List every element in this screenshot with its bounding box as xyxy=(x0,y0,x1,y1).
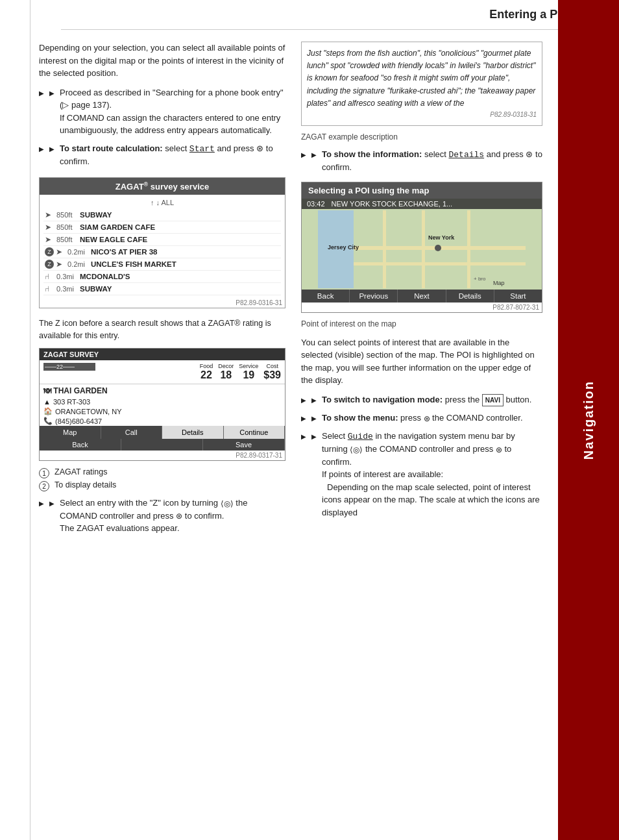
numbered-text-2: To display details xyxy=(55,480,116,489)
name-6: MCDONALD'S xyxy=(80,273,130,280)
zagat-call-btn[interactable]: Call xyxy=(101,426,163,439)
main-content: Depending on your selection, you can sel… xyxy=(0,30,558,554)
arrow-icon-2: ➤ xyxy=(45,223,54,232)
map-road-h2 xyxy=(354,262,526,266)
zagat-survey-header: ZAGAT® survey service xyxy=(40,178,285,195)
left-column: Depending on your selection, you can sel… xyxy=(39,42,285,543)
location-text: ORANGETOWN, NY xyxy=(55,408,121,415)
zagat-card-scores: ——22—— Food 22 Decor 18 Service 19 xyxy=(40,360,285,384)
name-2: SIAM GARDEN CAFE xyxy=(80,223,155,231)
numbered-list: 1 ZAGAT ratings 2 To display details xyxy=(39,467,285,491)
numbered-item-2: 2 To display details xyxy=(39,480,285,491)
dist-5: 0.2mi xyxy=(67,260,91,268)
arrow-icon-4: ➤ xyxy=(56,247,65,256)
cost-score: Cost $39 xyxy=(263,363,281,381)
map-road-v2 xyxy=(422,210,425,288)
dist-7: 0.3mi xyxy=(56,285,80,293)
bullet-item-1: ▶ Proceed as described in "Searching for… xyxy=(39,86,285,137)
bullet-item-2: ▶ To start route calculation: select Sta… xyxy=(39,142,285,168)
confirm-icon-1: ⊛ xyxy=(176,510,182,522)
zagat-description-text: Just "steps from the fish auction", this… xyxy=(307,49,535,108)
dist-3: 850ft xyxy=(56,236,80,243)
zagat-text-image-ref: P82.89-0318-31 xyxy=(307,110,537,120)
nav-sidebar: Navigation xyxy=(558,0,619,840)
select-entry-arrow: ▶ xyxy=(49,499,55,508)
select-entry-text: Select an entry with the "Z" icon by tur… xyxy=(60,497,285,535)
nav-sidebar-label: Navigation xyxy=(581,380,596,460)
zagat-card-buttons: Map Call Details Continue xyxy=(40,426,285,439)
zagat-row-2: ➤ 850ft SIAM GARDEN CAFE xyxy=(43,221,281,234)
map-next-btn[interactable]: Next xyxy=(398,290,446,303)
cost-label: Cost xyxy=(263,363,281,369)
dist-4: 0.2mi xyxy=(67,248,91,256)
map-time: 03:42 xyxy=(307,200,325,208)
scale-bar: + bro xyxy=(474,276,486,282)
zagat-card-header: ZAGAT SURVEY xyxy=(40,349,285,360)
location-icon: 🏠 xyxy=(43,407,53,415)
numbered-text-1: ZAGAT ratings xyxy=(55,467,108,476)
poi-map-box: Selecting a POI using the map 03:42 NEW … xyxy=(301,182,542,313)
numbered-item-1: 1 ZAGAT ratings xyxy=(39,467,285,478)
zagat-survey-box: ZAGAT® survey service ↑ ↓ ALL ➤ 850ft SU… xyxy=(39,177,285,308)
map-road-v3 xyxy=(467,210,470,288)
zagat-row-3: ➤ 850ft NEW EAGLE CAFE xyxy=(43,234,281,246)
zagat-back-btn[interactable]: Back xyxy=(40,439,121,451)
select-entry-bullet: ▶ Select an entry with the "Z" icon by t… xyxy=(39,497,285,535)
arrow-icon-1: ➤ xyxy=(45,210,54,219)
map-location: NEW YORK STOCK EXCHANGE, 1... xyxy=(332,200,453,208)
zagat-details-btn[interactable]: Details xyxy=(162,426,224,439)
map-previous-btn[interactable]: Previous xyxy=(350,290,398,303)
map-start-btn[interactable]: Start xyxy=(494,290,542,303)
phone-text: (845)680-6437 xyxy=(55,417,102,425)
z-badge-4: Z xyxy=(45,247,54,256)
zagat-location-row: 🏠 ORANGETOWN, NY xyxy=(40,406,285,416)
zagat-restaurant-name: 🍽 THAI GARDEN xyxy=(40,384,285,397)
map-back-btn[interactable]: Back xyxy=(302,290,350,303)
zagat-survey-image-ref: P82.89-0316-31 xyxy=(40,298,285,308)
zagat-phone-row: 📞 (845)680-6437 xyxy=(40,416,285,426)
zagat-row-4: Z ➤ 0.2mi NICO'S AT PIER 38 xyxy=(43,246,281,258)
service-score: Service 19 xyxy=(239,363,258,381)
navi-button-label: NAVI xyxy=(482,394,504,406)
comand-icon-1: ⊛ xyxy=(424,413,430,425)
num-circle-2: 2 xyxy=(39,481,49,491)
phone-icon: 📞 xyxy=(43,417,53,425)
zagat-map-btn[interactable]: Map xyxy=(40,426,101,439)
name-3: NEW EAGLE CAFE xyxy=(80,236,147,243)
decor-label: Decor xyxy=(218,363,234,369)
map-svg: Jersey City New York Map + bro xyxy=(302,210,542,288)
name-5: UNCLE'S FISH MARKET xyxy=(91,260,176,268)
zagat-card-title: ZAGAT SURVEY xyxy=(43,351,99,358)
bullet-text-1: Proceed as described in "Searching for a… xyxy=(60,86,285,137)
right-column: Just "steps from the fish auction", this… xyxy=(301,42,542,543)
info-bullet-text: To show the information: select Details … xyxy=(322,148,542,174)
zagat-row-6: ⑁ 0.3mi MCDONALD'S xyxy=(43,271,281,283)
poi-bullet-arrow-1: ▶ xyxy=(311,395,317,405)
food-value: 22 xyxy=(200,369,213,381)
zagat-card-bottom: Back Save xyxy=(40,439,285,451)
bullet-list: ▶ Proceed as described in "Searching for… xyxy=(39,86,285,168)
zagat-continue-btn[interactable]: Continue xyxy=(224,426,285,439)
bullet-arrow-2: ▶ xyxy=(49,144,55,154)
bullet-text-2: To start route calculation: select Start… xyxy=(60,142,285,168)
zagat-list-header: ↑ ↓ ALL xyxy=(43,197,281,209)
zagat-address-row: ▲ 303 RT-303 xyxy=(40,397,285,406)
poi-bullet-text-2: To show the menu: press ⊛ the COMAND con… xyxy=(322,412,523,425)
map-road-v1 xyxy=(383,210,386,288)
cost-value: $39 xyxy=(263,369,281,381)
arrow-icon-3: ➤ xyxy=(45,235,54,244)
bullet-arrow-1: ▶ xyxy=(49,88,55,98)
poi-body-text: You can select points of interest that a… xyxy=(301,336,542,387)
zagat-row-5: Z ➤ 0.2mi UNCLE'S FISH MARKET xyxy=(43,258,281,271)
name-1: SUBWAY xyxy=(80,211,112,219)
poi-caption: Point of interest on the map xyxy=(301,318,542,330)
poi-bullet-2: ▶ To show the menu: press ⊛ the COMAND c… xyxy=(301,412,542,425)
zagat-save-btn[interactable]: Save xyxy=(203,439,285,451)
map-details-btn[interactable]: Details xyxy=(446,290,494,303)
map-btn-row: Back Previous Next Details Start xyxy=(302,290,542,303)
intro-paragraph: Depending on your selection, you can sel… xyxy=(39,42,285,80)
score-bar-label: ——22—— xyxy=(45,363,75,371)
new-york-label: New York xyxy=(428,234,455,241)
zagat-row-1: ➤ 850ft SUBWAY xyxy=(43,209,281,221)
poi-bullet-arrow-2: ▶ xyxy=(311,414,317,423)
